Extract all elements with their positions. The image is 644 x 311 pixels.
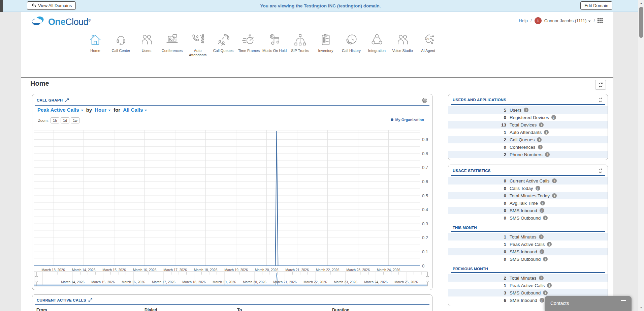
nav-item-label: Conferences [162, 49, 183, 53]
info-icon[interactable]: i [538, 145, 543, 149]
info-icon[interactable]: i [545, 152, 550, 157]
svg-text:0.2: 0.2 [422, 235, 428, 240]
info-icon[interactable]: i [540, 249, 544, 254]
refresh-icon[interactable] [598, 97, 603, 103]
onecloud-logo[interactable]: OneCloud® [31, 15, 91, 28]
zoom-1h-button[interactable]: 1h [51, 117, 59, 123]
stat-row: 0SMS Inboundi [448, 248, 608, 255]
column-header-from: From [36, 308, 47, 311]
stat-value: 3 [448, 290, 506, 295]
window-scrollbar[interactable]: ▲ ▼ [638, 0, 644, 311]
info-icon[interactable]: i [540, 298, 544, 303]
info-icon[interactable]: i [543, 257, 548, 261]
filter-dropdown[interactable]: All Calls [123, 107, 147, 113]
legend-label: My Organization [395, 118, 424, 122]
legend-dot [391, 118, 393, 121]
minimize-icon[interactable] [621, 300, 626, 301]
info-icon[interactable]: i [524, 108, 528, 112]
call-graph-chart[interactable]: March 13, 2026March 14, 2026March 15, 20… [34, 128, 431, 289]
users-and-applications-panel: USERS AND APPLICATIONS 5Usersi0Registere… [448, 94, 608, 160]
stat-row: 0Avg.Talk Timei [448, 199, 608, 207]
info-icon[interactable]: i [539, 122, 544, 127]
help-link[interactable]: Help [519, 18, 528, 23]
auto-attendant-icon [191, 33, 205, 47]
nav-item-ai-agent[interactable]: AIAI Agent [415, 31, 441, 57]
stat-row: 0Registered Devicesi [448, 114, 608, 121]
info-icon[interactable]: i [551, 115, 556, 120]
info-icon[interactable]: i [543, 290, 548, 295]
stat-value: 2 [448, 152, 506, 157]
navigator-right-handle[interactable] [426, 272, 429, 286]
nav-item-home[interactable]: Home [83, 31, 108, 57]
expand-icon[interactable] [88, 298, 93, 302]
info-icon[interactable]: i [540, 201, 545, 205]
info-icon[interactable]: i [537, 137, 542, 142]
scroll-down-arrow-icon[interactable]: ▼ [638, 305, 644, 311]
zoom-1d-button[interactable]: 1d [61, 117, 69, 123]
edit-domain-button[interactable]: Edit Domain [580, 1, 612, 10]
print-icon[interactable] [422, 97, 428, 103]
contacts-dock[interactable]: Contacts [545, 296, 632, 311]
svg-text:0.8: 0.8 [422, 151, 428, 156]
stat-label: SMS Inbound [510, 298, 537, 303]
title-rule [451, 104, 605, 105]
nav-item-sip-trunks[interactable]: SIP Trunks [287, 31, 313, 57]
back-arrow-icon [31, 3, 36, 9]
info-icon[interactable]: i [540, 208, 544, 213]
home-icon [88, 33, 102, 47]
stat-label: Total Minutes Today [510, 193, 550, 198]
info-icon[interactable]: i [547, 283, 552, 288]
info-icon[interactable]: i [544, 130, 549, 135]
nav-item-music-on-hold[interactable]: Music On Hold [262, 31, 287, 57]
call-graph-panel: CALL GRAPH Peak Active Calls by Hour for… [32, 94, 432, 290]
scrollbar-thumb[interactable] [639, 7, 643, 38]
conference-icon [165, 33, 179, 47]
view-all-domains-label: View All Domains [38, 3, 72, 8]
info-icon[interactable]: i [543, 216, 548, 220]
calls-table-header: FromDialedToDuration [32, 308, 432, 311]
apps-grid-icon[interactable] [598, 18, 603, 23]
legend-item[interactable]: My Organization [391, 118, 424, 122]
stat-label: Calls Today [510, 186, 533, 191]
view-all-domains-button[interactable]: View All Domains [27, 1, 76, 10]
svg-text:March 18, 2026: March 18, 2026 [194, 268, 218, 272]
user-menu: Help / 1 Connor Jacobs (1111) / [519, 17, 603, 24]
user-dropdown[interactable]: Connor Jacobs (1111) [544, 18, 591, 23]
navigator-left-handle[interactable] [35, 272, 38, 286]
info-icon[interactable]: i [539, 276, 544, 280]
metric-dropdown[interactable]: Peak Active Calls [37, 107, 84, 113]
interval-dropdown[interactable]: Hour [95, 107, 111, 113]
nav-item-label: Voice Studio [392, 49, 413, 53]
section-divider [21, 77, 613, 78]
info-icon[interactable]: i [552, 193, 557, 198]
nav-item-auto-attendants[interactable]: Auto Attendants [185, 31, 211, 57]
nav-item-time-frames[interactable]: Time Frames [236, 31, 262, 57]
svg-text:0.7: 0.7 [422, 165, 428, 170]
stat-label: Auto Attendants [510, 130, 542, 135]
nav-item-call-center[interactable]: Call Center [108, 31, 134, 57]
stat-label: Total Minutes [510, 276, 537, 281]
stat-row: 2Total Minutesi [448, 274, 608, 282]
stat-row: 0Conferencesi [448, 143, 608, 151]
nav-item-voice-studio[interactable]: Voice Studio [390, 31, 415, 57]
refresh-icon[interactable] [598, 168, 603, 173]
info-icon[interactable]: i [547, 242, 552, 247]
nav-item-inventory[interactable]: Inventory [313, 31, 339, 57]
stat-label: SMS Outbound [510, 290, 541, 295]
nav-item-label: Integration [368, 49, 386, 53]
page-refresh-button[interactable] [595, 80, 606, 90]
nav-item-conferences[interactable]: Conferences [159, 31, 185, 57]
nav-item-users[interactable]: Users [134, 31, 159, 57]
nav-item-call-queues[interactable]: Call Queues [211, 31, 236, 57]
nav-item-call-history[interactable]: Call History [339, 31, 364, 57]
separator: / [593, 18, 595, 23]
scroll-up-arrow-icon[interactable]: ▲ [638, 0, 644, 6]
zoom-1w-button[interactable]: 1w [71, 117, 79, 123]
stat-value: 0 [448, 186, 506, 191]
info-icon[interactable]: i [552, 178, 557, 183]
info-icon[interactable]: i [539, 234, 544, 239]
expand-icon[interactable] [65, 98, 69, 103]
series-line [34, 131, 420, 266]
nav-item-integration[interactable]: Integration [364, 31, 390, 57]
info-icon[interactable]: i [536, 186, 540, 191]
